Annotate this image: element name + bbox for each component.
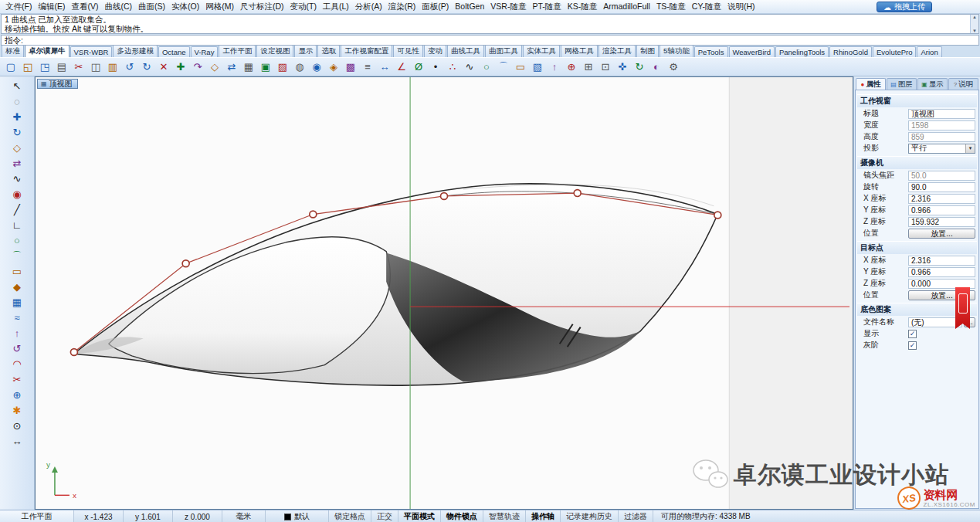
curve-control-point[interactable] xyxy=(574,190,581,197)
target-z-field[interactable]: 0.000 xyxy=(908,279,975,289)
distance-icon[interactable]: ↔ xyxy=(377,59,392,75)
toolbar-tab[interactable]: 实体工具 xyxy=(523,46,560,57)
toolbar-tab[interactable]: 卓尔谟犀牛 xyxy=(25,46,70,57)
scroll-up-icon[interactable]: ▲ xyxy=(972,15,977,19)
polygon-tool-icon[interactable]: ◆ xyxy=(8,280,25,294)
group-icon[interactable]: ▣ xyxy=(258,59,273,75)
wallpaper-filename-value[interactable]: (无) xyxy=(908,317,962,327)
status-pane[interactable]: 正交 xyxy=(371,510,398,522)
revolve-tool-icon[interactable]: ↺ xyxy=(8,341,25,356)
explode-tool-icon[interactable]: ✱ xyxy=(8,403,25,418)
wallpaper-gray-checkbox[interactable]: ✓ xyxy=(908,341,917,350)
cut-icon[interactable]: ✂ xyxy=(71,59,86,75)
status-pane[interactable]: 操作轴 xyxy=(526,510,561,522)
rectangle-icon[interactable]: ▭ xyxy=(513,59,528,75)
options-icon[interactable]: ⚙ xyxy=(666,59,681,75)
cplane-button[interactable]: 工作平面 xyxy=(0,510,74,522)
menu-item[interactable]: 渲染(R) xyxy=(385,1,419,13)
menu-item[interactable]: 变动(T) xyxy=(287,1,320,13)
select-arrow-icon[interactable]: ↖ xyxy=(8,79,25,93)
menu-item[interactable]: 实体(O) xyxy=(168,1,202,13)
viewport[interactable]: ▦ 顶视图 xyxy=(35,76,853,510)
hide-icon[interactable]: ◍ xyxy=(292,59,307,75)
curve-control-point[interactable] xyxy=(714,212,721,219)
toolbar-tab[interactable]: 渲染工具 xyxy=(599,46,636,57)
save-file-icon[interactable]: ◳ xyxy=(37,59,53,75)
toolbar-tab[interactable]: 设定视图 xyxy=(256,46,293,57)
pan-tool-icon[interactable]: ↔ xyxy=(8,434,25,449)
toolbar-tab[interactable]: 多边形建模 xyxy=(113,46,158,57)
curve-control-point[interactable] xyxy=(182,260,189,267)
extrude-icon[interactable]: ↑ xyxy=(547,59,562,75)
camera-y-field[interactable]: 0.966 xyxy=(908,205,975,215)
toolbar-tab[interactable]: 工作平面 xyxy=(219,46,256,57)
print-icon[interactable]: ▤ xyxy=(54,59,70,75)
array-icon[interactable]: ▦ xyxy=(241,59,256,75)
join-tool-icon[interactable]: ⊕ xyxy=(8,388,25,402)
open-file-icon[interactable]: ◱ xyxy=(20,59,36,75)
status-pane[interactable]: 平面模式 xyxy=(398,510,441,522)
zoom-extents-icon[interactable]: ⊞ xyxy=(581,59,596,75)
trim-tool-icon[interactable]: ✂ xyxy=(8,372,25,387)
scale-tool-icon[interactable]: ◇ xyxy=(8,141,25,155)
current-layer[interactable]: 默认 xyxy=(266,510,329,522)
surface-tool-icon[interactable]: ▦ xyxy=(8,295,25,310)
points-on-icon[interactable]: ∴ xyxy=(445,59,460,75)
curve-tool-icon[interactable]: ∿ xyxy=(8,171,25,186)
control-points-icon[interactable]: ◉ xyxy=(8,187,25,202)
camera-x-field[interactable]: 2.316 xyxy=(908,194,975,204)
toolbar-tab[interactable]: EvolutePro xyxy=(873,46,916,57)
undo-icon[interactable]: ↺ xyxy=(122,59,137,75)
toolbar-tab[interactable]: 变动 xyxy=(424,46,446,57)
menu-item[interactable]: 面板(P) xyxy=(419,1,452,13)
line-tool-icon[interactable]: ╱ xyxy=(8,202,25,217)
arc-tool-icon[interactable]: ⌒ xyxy=(8,249,25,263)
surface-icon[interactable]: ▧ xyxy=(530,59,545,75)
tab-properties[interactable]: ● 属性 xyxy=(856,78,886,90)
angle-icon[interactable]: ∠ xyxy=(394,59,409,75)
curve-control-point[interactable] xyxy=(441,193,448,200)
pan-view-icon[interactable]: ✜ xyxy=(615,59,630,75)
toolbar-tab[interactable]: V-Ray xyxy=(191,46,219,57)
new-file-icon[interactable]: ▢ xyxy=(3,59,19,75)
polyline-tool-icon[interactable]: ∟ xyxy=(8,218,25,232)
target-x-field[interactable]: 2.316 xyxy=(908,256,975,266)
menu-item[interactable]: 编辑(E) xyxy=(35,1,68,13)
toolbar-tab[interactable]: WeaverBird xyxy=(729,46,775,57)
camera-z-field[interactable]: 159.932 xyxy=(908,217,975,227)
status-pane[interactable]: 物件锁点 xyxy=(441,510,483,522)
tab-help[interactable]: ? 说明 xyxy=(948,78,978,90)
show-icon[interactable]: ◉ xyxy=(309,59,324,75)
loft-tool-icon[interactable]: ≈ xyxy=(8,310,25,325)
circle-icon[interactable]: ○ xyxy=(479,59,494,75)
promo-ribbon[interactable] xyxy=(955,287,970,329)
toolbar-tab[interactable]: 制图 xyxy=(636,46,659,57)
layer-manager-icon[interactable]: ▩ xyxy=(343,59,358,75)
wallpaper-show-checkbox[interactable]: ✓ xyxy=(908,330,917,338)
menu-item[interactable]: 查看(V) xyxy=(68,1,101,13)
toolbar-tab[interactable]: 曲线工具 xyxy=(447,46,484,57)
delete-icon[interactable]: ✕ xyxy=(156,59,171,75)
toolbar-tab[interactable]: Octane xyxy=(158,46,190,57)
toolbar-tab[interactable]: RhinoGold xyxy=(829,46,872,57)
viewport-canvas[interactable]: xy xyxy=(36,77,853,509)
curve-control-point[interactable] xyxy=(310,211,317,218)
command-scrollbar[interactable]: ▲ ▼ xyxy=(970,15,978,33)
move-tool-icon[interactable]: ✚ xyxy=(8,110,25,124)
tab-display[interactable]: ▣ 显示 xyxy=(917,78,948,90)
menu-item[interactable]: KS-随意 xyxy=(565,1,601,13)
circle-tool-icon[interactable]: ○ xyxy=(8,233,25,248)
curve-control-point[interactable] xyxy=(70,349,77,356)
status-pane[interactable]: 过滤器 xyxy=(619,510,653,522)
extrude-tool-icon[interactable]: ↑ xyxy=(8,326,25,341)
paste-icon[interactable]: ▥ xyxy=(105,59,120,75)
toolbar-tab[interactable]: 曲面工具 xyxy=(485,46,522,57)
menu-item[interactable]: ArmadilloFull xyxy=(600,1,653,13)
rotation-field[interactable]: 90.0 xyxy=(908,182,975,192)
zoom-tool-icon[interactable]: ⊙ xyxy=(8,419,25,433)
mirror-icon[interactable]: ⇄ xyxy=(224,59,239,75)
toolbar-tab[interactable]: 显示 xyxy=(294,46,317,57)
toolbar-tab[interactable]: 标准 xyxy=(2,46,24,57)
toolbar-tab[interactable]: 工作视窗配置 xyxy=(341,46,392,57)
radius-icon[interactable]: Ø xyxy=(411,59,426,75)
